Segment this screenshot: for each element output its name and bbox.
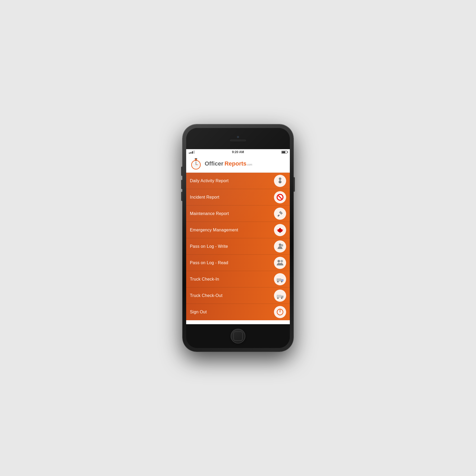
- menu-item-incident[interactable]: Incident Report: [186, 189, 290, 205]
- signal-bar-1: [189, 153, 190, 154]
- svg-point-26: [281, 298, 282, 299]
- svg-point-22: [281, 281, 282, 282]
- svg-point-7: [279, 177, 281, 180]
- svg-point-17: [281, 244, 283, 246]
- app-header: Officer Reports .com: [186, 155, 290, 173]
- svg-rect-12: [279, 228, 281, 230]
- menu-item-label-truck-checkout: Truck Check-Out: [190, 293, 222, 298]
- menu-item-icon-daily-activity: [274, 175, 286, 187]
- menu-item-label-truck-checkin: Truck Check-In: [190, 277, 219, 282]
- menu-item-label-sign-out: Sign Out: [190, 310, 207, 314]
- menu-item-icon-sign-out: [274, 306, 286, 318]
- signal-bar-4: [194, 150, 195, 154]
- menu-item-icon-incident: [274, 191, 286, 203]
- svg-rect-24: [277, 295, 281, 298]
- svg-point-18: [277, 260, 280, 262]
- menu-item-icon-pass-log-write: [274, 240, 286, 253]
- menu-item-icon-maintenance: [274, 208, 286, 220]
- menu-item-sign-out[interactable]: Sign Out: [186, 304, 290, 320]
- menu-item-truck-checkout[interactable]: Truck Check-Out: [186, 287, 290, 304]
- status-time: 9:20 AM: [232, 150, 244, 154]
- menu-item-pass-log-read[interactable]: Pass on Log - Read: [186, 255, 290, 271]
- menu-item-icon-pass-log-read: [274, 257, 286, 269]
- menu-item-icon-emergency: [274, 224, 286, 236]
- signal-bar-2: [190, 152, 191, 154]
- logo-officer: Officer: [205, 161, 223, 167]
- menu-item-label-maintenance: Maintenance Report: [190, 211, 229, 216]
- menu-item-emergency[interactable]: Emergency Management: [186, 222, 290, 238]
- logo-dot-com: .com: [246, 163, 252, 166]
- svg-point-25: [277, 298, 279, 299]
- svg-rect-10: [277, 214, 280, 217]
- menu-item-label-incident: Incident Report: [190, 195, 219, 200]
- phone-device: 9:20 AM: [182, 124, 294, 352]
- menu-item-maintenance[interactable]: Maintenance Report: [186, 205, 290, 222]
- svg-rect-20: [277, 278, 281, 281]
- menu-item-daily-activity[interactable]: Daily Activity Report: [186, 173, 290, 189]
- svg-line-9: [278, 195, 282, 199]
- menu-item-truck-checkin[interactable]: Truck Check-In: [186, 271, 290, 287]
- battery-icon: [281, 151, 287, 154]
- status-bar: 9:20 AM: [186, 149, 290, 155]
- screen: 9:20 AM: [186, 149, 290, 324]
- menu-item-pass-log-write[interactable]: Pass on Log - Write: [186, 238, 290, 255]
- home-button-inner: [233, 331, 243, 341]
- app-logo-icon: [189, 157, 203, 170]
- camera: [237, 136, 239, 138]
- svg-point-16: [279, 243, 281, 246]
- menu-item-label-pass-log-read: Pass on Log - Read: [190, 260, 228, 265]
- logo-text: Officer Reports .com: [205, 161, 252, 167]
- menu-item-icon-truck-checkout: [274, 290, 286, 302]
- svg-rect-23: [282, 280, 283, 281]
- logo-reports: Reports: [225, 161, 246, 167]
- menu-item-icon-truck-checkin: [274, 273, 286, 285]
- speaker: [230, 140, 246, 141]
- svg-point-19: [281, 260, 283, 262]
- top-bezel: [186, 128, 290, 149]
- menu-list: Daily Activity ReportIncident ReportMain…: [186, 173, 290, 324]
- svg-rect-15: [280, 232, 281, 233]
- home-button[interactable]: [231, 329, 245, 344]
- battery-fill: [282, 151, 285, 153]
- battery-area: [281, 151, 287, 154]
- menu-item-label-emergency: Emergency Management: [190, 228, 238, 232]
- phone-inner: 9:20 AM: [186, 128, 290, 348]
- menu-item-label-pass-log-write: Pass on Log - Write: [190, 244, 228, 249]
- svg-rect-6: [195, 159, 197, 159]
- svg-point-21: [277, 281, 279, 282]
- bottom-bezel: [186, 324, 290, 348]
- signal-bar-3: [192, 151, 193, 154]
- signal-bars: [189, 150, 195, 154]
- menu-item-label-daily-activity: Daily Activity Report: [190, 178, 228, 183]
